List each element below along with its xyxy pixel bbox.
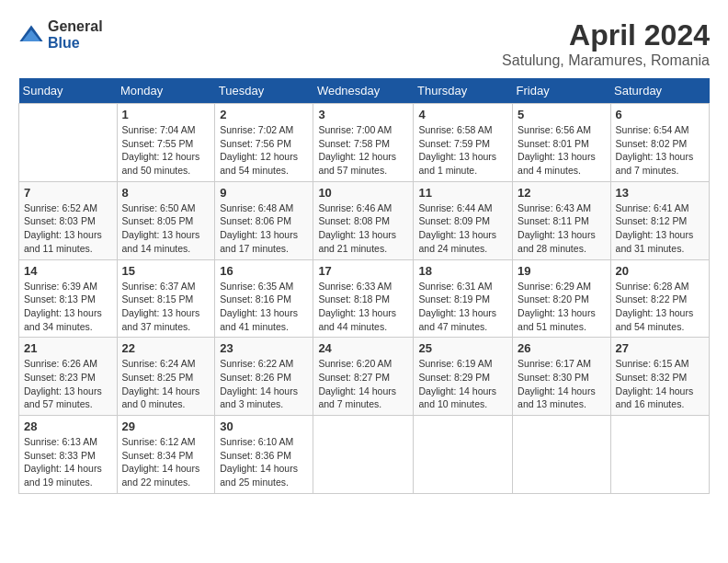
- day-number: 25: [418, 341, 507, 355]
- day-info: Sunrise: 6:37 AM Sunset: 8:15 PM Dayligh…: [122, 280, 210, 334]
- calendar-cell: 1Sunrise: 7:04 AM Sunset: 7:55 PM Daylig…: [117, 104, 215, 182]
- day-number: 4: [418, 108, 507, 121]
- calendar-cell: 4Sunrise: 6:58 AM Sunset: 7:59 PM Daylig…: [414, 104, 513, 182]
- day-info: Sunrise: 7:02 AM Sunset: 7:56 PM Dayligh…: [220, 123, 308, 178]
- day-info: Sunrise: 6:26 AM Sunset: 8:23 PM Dayligh…: [24, 357, 112, 411]
- header-row: SundayMondayTuesdayWednesdayThursdayFrid…: [19, 78, 710, 104]
- column-header-thursday: Thursday: [414, 78, 513, 104]
- day-info: Sunrise: 6:44 AM Sunset: 8:09 PM Dayligh…: [418, 201, 507, 256]
- day-info: Sunrise: 6:33 AM Sunset: 8:18 PM Dayligh…: [318, 280, 408, 334]
- calendar-cell: 21Sunrise: 6:26 AM Sunset: 8:23 PM Dayli…: [19, 338, 118, 416]
- day-number: 7: [24, 186, 112, 200]
- day-number: 15: [122, 264, 210, 278]
- day-info: Sunrise: 6:13 AM Sunset: 8:33 PM Dayligh…: [24, 435, 112, 489]
- column-header-friday: Friday: [513, 78, 611, 104]
- calendar-cell: [19, 104, 118, 182]
- column-header-tuesday: Tuesday: [215, 78, 313, 104]
- calendar-subtitle: Satulung, Maramures, Romania: [502, 52, 710, 69]
- column-header-saturday: Saturday: [610, 78, 709, 104]
- calendar-cell: 6Sunrise: 6:54 AM Sunset: 8:02 PM Daylig…: [610, 104, 709, 182]
- calendar-cell: 9Sunrise: 6:48 AM Sunset: 8:06 PM Daylig…: [215, 181, 313, 259]
- calendar-cell: [414, 416, 513, 494]
- day-info: Sunrise: 6:58 AM Sunset: 7:59 PM Dayligh…: [418, 123, 507, 178]
- day-info: Sunrise: 6:39 AM Sunset: 8:13 PM Dayligh…: [24, 280, 112, 334]
- header: General Blue April 2024 Satulung, Maramu…: [18, 18, 710, 69]
- title-area: April 2024 Satulung, Maramures, Romania: [502, 18, 710, 69]
- calendar-cell: 10Sunrise: 6:46 AM Sunset: 8:08 PM Dayli…: [313, 181, 414, 259]
- column-header-monday: Monday: [117, 78, 215, 104]
- day-info: Sunrise: 6:52 AM Sunset: 8:03 PM Dayligh…: [24, 201, 112, 256]
- calendar-cell: 29Sunrise: 6:12 AM Sunset: 8:34 PM Dayli…: [117, 416, 215, 494]
- day-info: Sunrise: 6:20 AM Sunset: 8:27 PM Dayligh…: [318, 357, 408, 411]
- logo-text: General Blue: [48, 18, 103, 51]
- day-info: Sunrise: 6:29 AM Sunset: 8:20 PM Dayligh…: [518, 280, 606, 334]
- day-info: Sunrise: 6:17 AM Sunset: 8:30 PM Dayligh…: [518, 357, 606, 411]
- calendar-cell: 19Sunrise: 6:29 AM Sunset: 8:20 PM Dayli…: [513, 259, 611, 338]
- calendar-cell: 30Sunrise: 6:10 AM Sunset: 8:36 PM Dayli…: [215, 416, 313, 494]
- day-info: Sunrise: 6:10 AM Sunset: 8:36 PM Dayligh…: [220, 435, 308, 489]
- calendar-cell: 15Sunrise: 6:37 AM Sunset: 8:15 PM Dayli…: [117, 259, 215, 338]
- calendar-cell: 16Sunrise: 6:35 AM Sunset: 8:16 PM Dayli…: [215, 259, 313, 338]
- day-number: 17: [318, 264, 408, 278]
- day-info: Sunrise: 6:41 AM Sunset: 8:12 PM Dayligh…: [616, 201, 704, 256]
- day-number: 27: [616, 341, 704, 355]
- calendar-cell: 28Sunrise: 6:13 AM Sunset: 8:33 PM Dayli…: [19, 416, 118, 494]
- day-info: Sunrise: 6:50 AM Sunset: 8:05 PM Dayligh…: [122, 201, 210, 256]
- day-number: 19: [518, 264, 606, 278]
- calendar-cell: 18Sunrise: 6:31 AM Sunset: 8:19 PM Dayli…: [414, 259, 513, 338]
- day-number: 6: [616, 108, 704, 121]
- day-info: Sunrise: 6:15 AM Sunset: 8:32 PM Dayligh…: [616, 357, 704, 411]
- day-number: 13: [616, 186, 704, 200]
- day-number: 20: [616, 264, 704, 278]
- day-number: 18: [418, 264, 507, 278]
- calendar-cell: 27Sunrise: 6:15 AM Sunset: 8:32 PM Dayli…: [610, 338, 709, 416]
- column-header-sunday: Sunday: [19, 78, 118, 104]
- calendar-cell: 12Sunrise: 6:43 AM Sunset: 8:11 PM Dayli…: [513, 181, 611, 259]
- day-info: Sunrise: 6:48 AM Sunset: 8:06 PM Dayligh…: [220, 201, 308, 256]
- column-header-wednesday: Wednesday: [313, 78, 414, 104]
- calendar-cell: 8Sunrise: 6:50 AM Sunset: 8:05 PM Daylig…: [117, 181, 215, 259]
- day-number: 1: [122, 108, 210, 121]
- calendar-cell: 26Sunrise: 6:17 AM Sunset: 8:30 PM Dayli…: [513, 338, 611, 416]
- logo-blue-text: Blue: [48, 35, 103, 52]
- day-info: Sunrise: 6:46 AM Sunset: 8:08 PM Dayligh…: [318, 201, 408, 256]
- day-number: 26: [518, 341, 606, 355]
- week-row-5: 28Sunrise: 6:13 AM Sunset: 8:33 PM Dayli…: [19, 416, 710, 494]
- day-info: Sunrise: 6:31 AM Sunset: 8:19 PM Dayligh…: [418, 280, 507, 334]
- calendar-cell: 17Sunrise: 6:33 AM Sunset: 8:18 PM Dayli…: [313, 259, 414, 338]
- week-row-3: 14Sunrise: 6:39 AM Sunset: 8:13 PM Dayli…: [19, 259, 710, 338]
- day-number: 3: [318, 108, 408, 121]
- day-info: Sunrise: 6:28 AM Sunset: 8:22 PM Dayligh…: [616, 280, 704, 334]
- day-info: Sunrise: 7:00 AM Sunset: 7:58 PM Dayligh…: [318, 123, 408, 178]
- calendar-title: April 2024: [502, 18, 710, 52]
- day-number: 24: [318, 341, 408, 355]
- day-number: 2: [220, 108, 308, 121]
- week-row-4: 21Sunrise: 6:26 AM Sunset: 8:23 PM Dayli…: [19, 338, 710, 416]
- day-info: Sunrise: 6:19 AM Sunset: 8:29 PM Dayligh…: [418, 357, 507, 411]
- day-number: 8: [122, 186, 210, 200]
- logo-general-text: General: [48, 18, 103, 35]
- week-row-2: 7Sunrise: 6:52 AM Sunset: 8:03 PM Daylig…: [19, 181, 710, 259]
- day-number: 9: [220, 186, 308, 200]
- calendar-cell: 14Sunrise: 6:39 AM Sunset: 8:13 PM Dayli…: [19, 259, 118, 338]
- day-info: Sunrise: 6:54 AM Sunset: 8:02 PM Dayligh…: [616, 123, 704, 178]
- calendar-cell: 23Sunrise: 6:22 AM Sunset: 8:26 PM Dayli…: [215, 338, 313, 416]
- day-number: 12: [518, 186, 606, 200]
- day-info: Sunrise: 7:04 AM Sunset: 7:55 PM Dayligh…: [122, 123, 210, 178]
- day-number: 22: [122, 341, 210, 355]
- day-number: 16: [220, 264, 308, 278]
- day-number: 28: [24, 419, 112, 433]
- day-number: 14: [24, 264, 112, 278]
- day-info: Sunrise: 6:12 AM Sunset: 8:34 PM Dayligh…: [122, 435, 210, 489]
- calendar-cell: 5Sunrise: 6:56 AM Sunset: 8:01 PM Daylig…: [513, 104, 611, 182]
- calendar-cell: [313, 416, 414, 494]
- calendar-cell: [513, 416, 611, 494]
- day-number: 10: [318, 186, 408, 200]
- calendar-cell: 3Sunrise: 7:00 AM Sunset: 7:58 PM Daylig…: [313, 104, 414, 182]
- day-number: 21: [24, 341, 112, 355]
- week-row-1: 1Sunrise: 7:04 AM Sunset: 7:55 PM Daylig…: [19, 104, 710, 182]
- calendar-cell: 22Sunrise: 6:24 AM Sunset: 8:25 PM Dayli…: [117, 338, 215, 416]
- calendar-cell: 7Sunrise: 6:52 AM Sunset: 8:03 PM Daylig…: [19, 181, 118, 259]
- day-number: 11: [418, 186, 507, 200]
- calendar-cell: [610, 416, 709, 494]
